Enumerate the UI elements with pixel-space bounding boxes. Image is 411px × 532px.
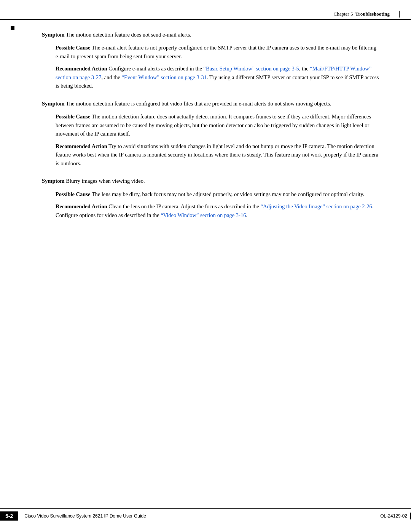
chapter-label: Chapter 5 [334, 11, 353, 17]
symptom-3-line: Symptom Blurry images when viewing video… [42, 177, 381, 185]
recommended-action-3-label: Recommended Action [56, 203, 107, 209]
recommended-action-1-label: Recommended Action [56, 66, 107, 72]
chapter-title: Troubleshooting [355, 11, 390, 17]
possible-cause-3-label: Possible Cause [56, 191, 90, 197]
possible-cause-1-label: Possible Cause [56, 45, 90, 51]
possible-cause-1-text: The e-mail alert feature is not properly… [56, 45, 376, 59]
symptom-3-text: Blurry images when viewing video. [65, 178, 145, 184]
symptom-2-line: Symptom The motion detection feature is … [42, 99, 381, 108]
symptom-block-1: Symptom The motion detection feature doe… [42, 30, 381, 90]
symptom-2-text: The motion detection feature is configur… [65, 101, 331, 107]
symptom-block-2: Symptom The motion detection feature is … [42, 99, 381, 168]
symptom-1-label: Symptom [42, 32, 65, 38]
symptom-1-recommended-action: Recommended Action Configure e-mail aler… [56, 64, 381, 90]
symptom-1-text: The motion detection feature does not se… [65, 32, 191, 38]
recommended-action-1-pre: Configure e-mail alerts as described in … [107, 66, 204, 72]
header-bar [0, 19, 411, 20]
symptom-3-label: Symptom [42, 178, 65, 184]
symptom-1-line: Symptom The motion detection feature doe… [42, 30, 381, 39]
header: Chapter 5 Troubleshooting [334, 11, 411, 18]
footer-bar [0, 508, 411, 509]
footer: 5-2 Cisco Video Surveillance System 2621… [0, 511, 411, 521]
footer-doc-title: Cisco Video Surveillance System 2621 IP … [24, 513, 146, 519]
symptom-2-label: Symptom [42, 101, 65, 107]
possible-cause-2-label: Possible Cause [56, 113, 90, 120]
symptom-block-3: Symptom Blurry images when viewing video… [42, 177, 381, 219]
recommended-action-3-pre: Clean the lens on the IP camera. Adjust … [107, 203, 261, 209]
recommended-action-1-mid1: , the [299, 66, 310, 72]
link-video-window[interactable]: “Video Window” section on page 3-16 [161, 212, 246, 218]
recommended-action-1-mid2: , and the [101, 74, 121, 80]
symptom-2-recommended-action: Recommended Action Try to avoid situatio… [56, 142, 381, 168]
symptom-3-recommended-action: Recommended Action Clean the lens on the… [56, 202, 381, 219]
footer-left: 5-2 Cisco Video Surveillance System 2621… [0, 511, 146, 521]
link-adjusting-video[interactable]: “Adjusting the Video Image” section on p… [261, 203, 372, 209]
link-event-window[interactable]: “Event Window” section on page 3-31 [122, 74, 207, 80]
symptom-1-possible-cause: Possible Cause The e-mail alert feature … [56, 43, 381, 61]
left-margin-mark [11, 26, 14, 30]
recommended-action-2-label: Recommended Action [56, 143, 107, 149]
possible-cause-2-text: The motion detection feature does not ac… [56, 113, 371, 137]
footer-doc-number: OL-24129-02 [380, 513, 407, 519]
footer-right: OL-24129-02 [380, 513, 411, 519]
page: Chapter 5 Troubleshooting Symptom The mo… [0, 0, 411, 532]
symptom-3-possible-cause: Possible Cause The lens may be dirty, ba… [56, 190, 381, 198]
page-number: 5-2 [0, 511, 18, 521]
header-divider [399, 11, 400, 18]
link-basic-setup[interactable]: “Basic Setup Window” section on page 3-5 [204, 66, 299, 72]
main-content: Symptom The motion detection feature doe… [42, 30, 381, 228]
symptom-2-possible-cause: Possible Cause The motion detection feat… [56, 112, 381, 138]
possible-cause-3-text: The lens may be dirty, back focus may no… [90, 191, 364, 197]
recommended-action-3-post: . [246, 212, 247, 218]
